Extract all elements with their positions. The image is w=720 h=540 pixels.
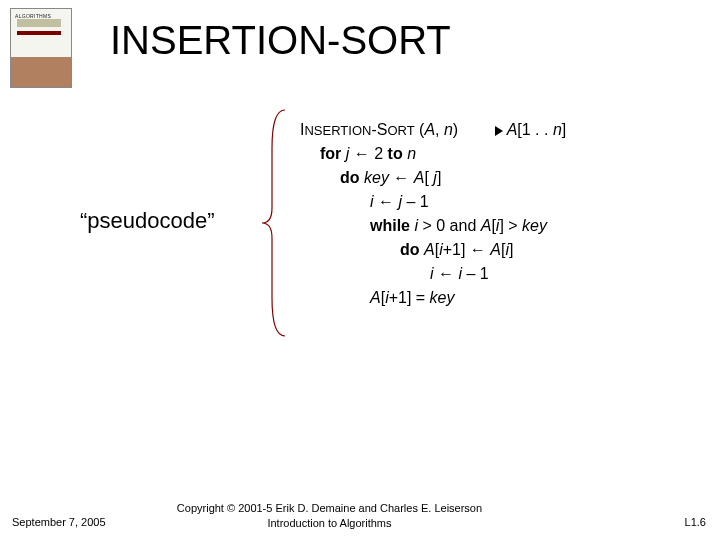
t: -S [371,121,387,138]
t: for [320,145,346,162]
t: +1] = [389,289,430,306]
footer-copyright: Copyright © 2001-5 Erik D. Demaine and C… [177,501,482,530]
code-line: for j ← 2 to n [300,142,566,166]
t: > 0 and [418,217,481,234]
t: ← [349,145,374,162]
t: A [507,121,518,138]
t: NSERTION [304,123,371,138]
book-decor [11,57,71,87]
t: ← [374,193,399,210]
code-line: A[i+1] = key [300,286,566,310]
t: ) [453,121,458,138]
t: A [424,241,435,258]
t: , [435,121,444,138]
t: – 1 [402,193,429,210]
book-decor [17,19,61,27]
pseudocode-label: “pseudocode” [80,208,215,234]
t: ( [415,121,425,138]
t: A [414,169,425,186]
t: key [430,289,455,306]
t: ] [509,241,513,258]
t: n [407,145,416,162]
t: A [481,217,492,234]
code-line: INSERTION-SORT (A, n) A[1 . . n] [300,118,566,142]
code-line: while i > 0 and A[i] > key [300,214,566,238]
t: n [444,121,453,138]
code-line: do A[i+1] ← A[i] [300,238,566,262]
t: 2 [374,145,383,162]
t: ORT [387,123,414,138]
t: ← [434,265,459,282]
t: do [400,241,424,258]
footer-date: September 7, 2005 [12,516,106,528]
t: Copyright © 2001-5 Erik D. Demaine and C… [177,501,482,515]
t: ] > [499,217,522,234]
t: A [424,121,435,138]
t: ] [437,169,441,186]
triangle-icon [495,126,503,136]
t: – 1 [462,265,489,282]
curly-brace-icon [260,108,290,338]
t: [1 . . [517,121,553,138]
t: to [383,145,407,162]
t: A [490,241,501,258]
t: ] [562,121,566,138]
footer-page: L1.6 [685,516,706,528]
t: n [553,121,562,138]
t: do [340,169,364,186]
t: +1] ← [443,241,491,258]
t: ← [389,169,414,186]
t: while [370,217,414,234]
pseudocode-block: INSERTION-SORT (A, n) A[1 . . n] for j ←… [300,118,566,310]
slide-title: INSERTION-SORT [110,18,451,63]
t: key [364,169,389,186]
code-line: i ← i – 1 [300,262,566,286]
code-comment: A[1 . . n] [495,118,567,142]
t: key [522,217,547,234]
code-line: i ← j – 1 [300,190,566,214]
t: A [370,289,381,306]
book-decor [17,31,61,35]
book-thumbnail: ALGORITHMS [10,8,72,88]
code-line: do key ← A[ j] [300,166,566,190]
t: Introduction to Algorithms [177,516,482,530]
